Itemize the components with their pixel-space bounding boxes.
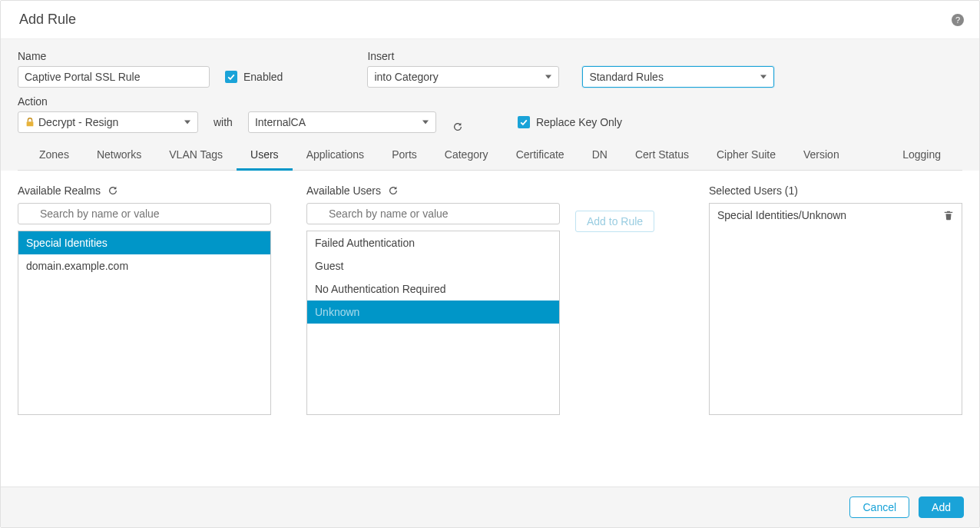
action-select[interactable]: Decrypt - Resign <box>18 111 198 133</box>
tab-dn[interactable]: DN <box>578 141 621 170</box>
dialog-title: Add Rule <box>19 12 76 28</box>
tab-version[interactable]: Version <box>790 141 853 170</box>
available-users-title: Available Users <box>306 184 381 197</box>
name-label: Name <box>18 50 210 62</box>
insert-select[interactable]: into Category <box>367 66 559 88</box>
selected-entry-label: Special Identities/Unknown <box>717 209 846 221</box>
cert-value: InternalCA <box>255 116 306 128</box>
cancel-button[interactable]: Cancel <box>849 496 909 518</box>
selected-users-title: Selected Users (1) <box>709 184 798 197</box>
check-icon <box>225 71 237 83</box>
dialog-header: Add Rule ? <box>1 1 979 39</box>
refresh-icon[interactable] <box>452 121 464 133</box>
enabled-label: Enabled <box>243 71 283 83</box>
help-icon[interactable]: ? <box>952 14 964 26</box>
dialog-footer: Cancel Add <box>1 486 979 527</box>
users-refresh-icon[interactable] <box>387 184 399 197</box>
insert-value: into Category <box>374 71 438 83</box>
realms-search-input[interactable] <box>18 203 271 224</box>
tab-users[interactable]: Users <box>237 141 293 170</box>
tab-networks[interactable]: Networks <box>83 141 155 170</box>
cert-select[interactable]: InternalCA <box>248 111 436 133</box>
list-item[interactable]: Unknown <box>307 301 559 324</box>
action-value: Decrypt - Resign <box>38 116 118 128</box>
replace-key-checkbox[interactable]: Replace Key Only <box>518 111 622 133</box>
list-item[interactable]: Failed Authentication <box>307 231 559 254</box>
with-label: with <box>214 111 233 133</box>
available-realms-title: Available Realms <box>18 184 101 197</box>
category-select[interactable]: Standard Rules <box>582 66 774 88</box>
name-input[interactable] <box>18 66 210 88</box>
realms-listbox[interactable]: Special Identitiesdomain.example.com <box>18 231 271 415</box>
replace-key-label: Replace Key Only <box>536 116 622 128</box>
tab-vlan-tags[interactable]: VLAN Tags <box>155 141 237 170</box>
action-label: Action <box>18 95 198 108</box>
selected-users-listbox: Special Identities/Unknown <box>709 203 962 415</box>
available-users-col: Available Users Failed AuthenticationGue… <box>306 184 560 418</box>
users-search-input[interactable] <box>306 203 560 224</box>
tab-ports[interactable]: Ports <box>378 141 431 170</box>
tab-cipher-suite[interactable]: Cipher Suite <box>703 141 790 170</box>
tab-category[interactable]: Category <box>431 141 502 170</box>
lock-icon <box>25 117 35 128</box>
add-to-rule-button[interactable]: Add to Rule <box>575 211 654 232</box>
selected-users-col: Selected Users (1) Special Identities/Un… <box>709 184 962 418</box>
tab-applications[interactable]: Applications <box>293 141 379 170</box>
users-listbox[interactable]: Failed AuthenticationGuestNo Authenticat… <box>306 231 560 415</box>
available-realms-col: Available Realms Special Identitiesdomai… <box>18 184 271 418</box>
tab-cert-status[interactable]: Cert Status <box>621 141 703 170</box>
tab-content: Available Realms Special Identitiesdomai… <box>1 171 979 432</box>
realms-refresh-icon[interactable] <box>107 184 119 197</box>
trash-icon[interactable] <box>943 210 954 221</box>
tabs-row: ZonesNetworksVLAN TagsUsersApplicationsP… <box>18 141 962 171</box>
svg-rect-0 <box>27 121 34 126</box>
enabled-checkbox[interactable]: Enabled <box>225 66 283 88</box>
tab-zones[interactable]: Zones <box>25 141 83 170</box>
tab-certificate[interactable]: Certificate <box>502 141 578 170</box>
tab-logging[interactable]: Logging <box>889 141 955 170</box>
list-item[interactable]: No Authentication Required <box>307 277 559 301</box>
category-value: Standard Rules <box>589 71 664 83</box>
insert-label: Insert <box>367 50 774 62</box>
list-item[interactable]: domain.example.com <box>18 254 270 277</box>
check-icon <box>518 116 530 128</box>
list-item[interactable]: Guest <box>307 254 559 277</box>
selected-entry: Special Identities/Unknown <box>710 204 962 227</box>
add-button[interactable]: Add <box>919 496 964 518</box>
dialog-body: Name Enabled Insert into Category Standa… <box>1 39 979 171</box>
list-item[interactable]: Special Identities <box>18 231 270 254</box>
